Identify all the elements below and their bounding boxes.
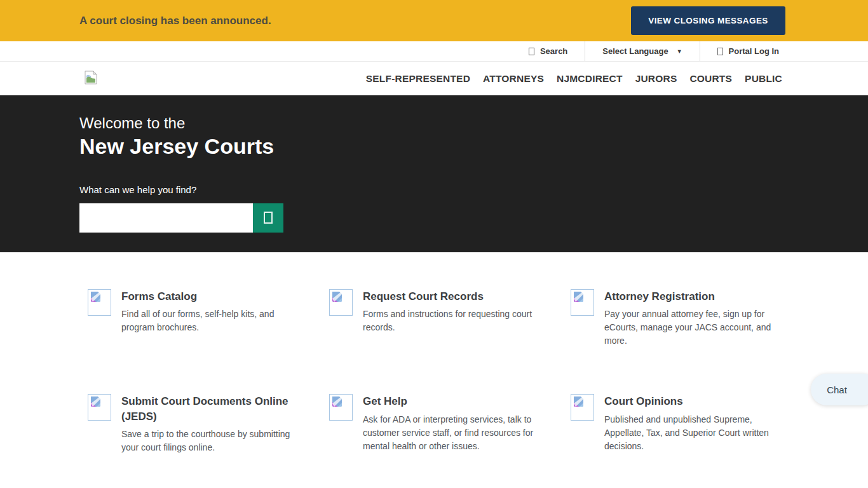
language-selector-label: Select Language [602,46,668,56]
card-title[interactable]: Get Help [363,394,545,409]
card-icon-box [571,289,594,316]
hero-search-input[interactable] [79,203,253,233]
user-icon [717,48,723,55]
card-attorney-registration[interactable]: Attorney Registration Pay your annual at… [571,289,812,348]
closing-alert-message: A court closing has been announced. [79,15,271,27]
broken-image-icon [85,71,97,85]
nav-item-jurors[interactable]: JURORS [635,73,677,85]
search-icon [529,48,534,55]
nav-item-njmcdirect[interactable]: NJMCDIRECT [557,73,623,85]
hero-search-form [79,203,283,233]
site-logo[interactable] [85,71,97,87]
card-title[interactable]: Forms Catalog [121,289,304,304]
view-closing-messages-button[interactable]: VIEW CLOSING MESSAGES [631,6,785,35]
card-description: Find all of our forms, self-help kits, a… [121,308,304,334]
card-icon-box [88,394,111,421]
card-text: Attorney Registration Pay your annual at… [604,289,787,348]
card-icon-box [329,394,353,421]
broken-image-icon [331,396,344,409]
card-text: Forms Catalog Find all of our forms, sel… [121,289,304,334]
card-description: Ask for ADA or interpreting services, ta… [363,413,545,453]
card-title[interactable]: Court Opinions [604,394,787,409]
chat-button[interactable]: Chat [811,374,868,405]
card-text: Request Court Records Forms and instruct… [363,289,545,334]
card-text: Court Opinions Published and unpublished… [604,394,787,452]
card-request-court-records[interactable]: Request Court Records Forms and instruct… [329,289,571,348]
broken-image-icon [90,396,102,409]
nav-item-attorneys[interactable]: ATTORNEYS [483,73,544,85]
nav-item-self-represented[interactable]: SELF-REPRESENTED [366,73,470,85]
card-submit-court-documents-jeds[interactable]: Submit Court Documents Online (JEDS) Sav… [88,394,329,454]
card-text: Submit Court Documents Online (JEDS) Sav… [121,394,304,454]
nav-item-public[interactable]: PUBLIC [745,73,782,85]
broken-image-icon [573,291,585,304]
broken-image-icon [573,396,585,409]
chevron-down-icon: ▼ [677,48,682,55]
portal-login-label: Portal Log In [729,46,779,56]
utility-search-label: Search [540,46,567,56]
nav-links: SELF-REPRESENTED ATTORNEYS NJMCDIRECT JU… [366,73,782,85]
card-description: Save a trip to the courthouse by submitt… [121,428,304,454]
card-court-opinions[interactable]: Court Opinions Published and unpublished… [571,394,812,454]
search-icon [264,212,273,224]
card-forms-catalog[interactable]: Forms Catalog Find all of our forms, sel… [88,289,329,348]
nav-item-courts[interactable]: COURTS [689,73,732,85]
card-icon-box [88,289,111,316]
broken-image-icon [331,291,344,304]
hero-search-button[interactable] [253,203,283,233]
card-icon-box [329,289,353,316]
hero-search-prompt: What can we help you find? [79,184,868,195]
card-description: Pay your annual attorney fee, sign up fo… [604,308,787,348]
hero-section: Welcome to the New Jersey Courts What ca… [0,95,868,252]
language-selector[interactable]: Select Language ▼ [585,41,699,61]
quick-links-section: Forms Catalog Find all of our forms, sel… [0,252,868,454]
card-description: Forms and instructions for requesting co… [363,308,545,334]
card-title[interactable]: Request Court Records [363,289,545,304]
page-title: New Jersey Courts [79,133,868,160]
card-title[interactable]: Attorney Registration [604,289,787,304]
broken-image-icon [90,291,102,304]
cards-grid: Forms Catalog Find all of our forms, sel… [88,289,868,454]
card-title[interactable]: Submit Court Documents Online (JEDS) [121,394,304,424]
utility-search[interactable]: Search [512,41,585,61]
closing-alert-banner: A court closing has been announced. VIEW… [0,0,868,41]
main-navigation: SELF-REPRESENTED ATTORNEYS NJMCDIRECT JU… [0,62,868,95]
card-get-help[interactable]: Get Help Ask for ADA or interpreting ser… [329,394,571,454]
portal-login[interactable]: Portal Log In [700,41,779,61]
card-description: Published and unpublished Supreme, Appel… [604,413,787,453]
hero-welcome-line: Welcome to the [79,113,868,133]
card-text: Get Help Ask for ADA or interpreting ser… [363,394,545,452]
card-icon-box [571,394,594,421]
utility-bar: Search Select Language ▼ Portal Log In [0,41,868,62]
